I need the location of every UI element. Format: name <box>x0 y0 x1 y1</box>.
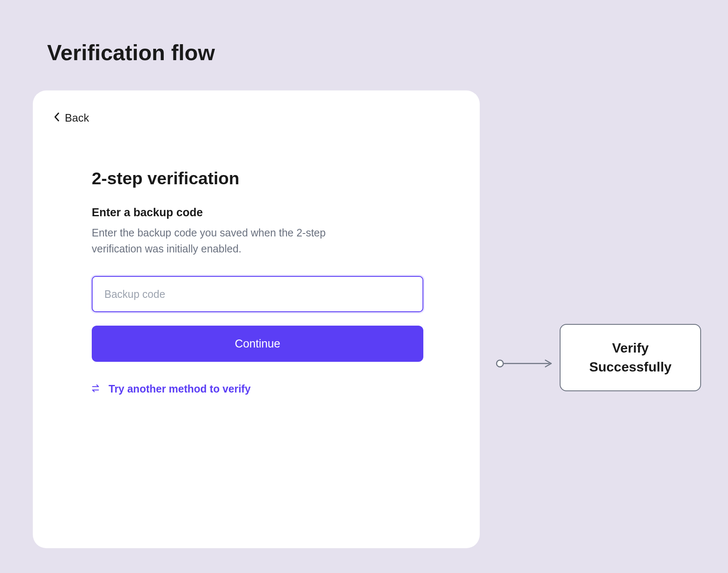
card-content: 2-step verification Enter a backup code … <box>54 125 459 395</box>
result-node-text: Verify Successfully <box>589 339 672 377</box>
continue-button[interactable]: Continue <box>92 326 423 362</box>
back-button[interactable]: Back <box>54 111 89 125</box>
try-another-method-link[interactable]: Try another method to verify <box>92 383 251 395</box>
page-title: Verification flow <box>47 40 215 65</box>
swap-icon <box>92 383 101 395</box>
verification-description: Enter the backup code you saved when the… <box>92 225 378 257</box>
verification-heading: 2-step verification <box>92 169 421 188</box>
alt-method-label: Try another method to verify <box>109 383 251 395</box>
verification-subheading: Enter a backup code <box>92 206 421 219</box>
flow-arrow <box>496 358 556 369</box>
result-node: Verify Successfully <box>560 324 701 391</box>
chevron-left-icon <box>54 111 60 125</box>
verification-card: Back 2-step verification Enter a backup … <box>33 90 480 548</box>
svg-point-0 <box>497 360 503 367</box>
backup-code-input[interactable] <box>92 276 423 312</box>
back-label: Back <box>65 111 89 125</box>
